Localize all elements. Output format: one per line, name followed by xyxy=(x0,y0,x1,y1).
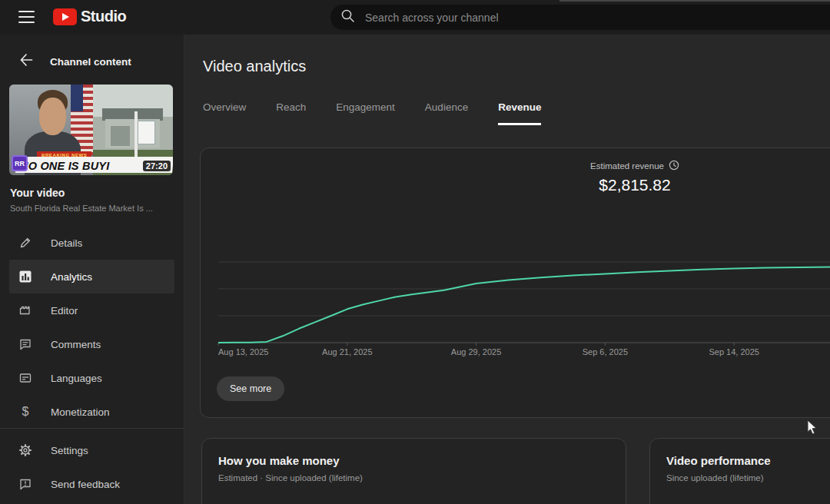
chart-x-axis-labels: Aug 13, 2025Aug 21, 2025Aug 29, 2025Sep … xyxy=(201,347,830,358)
search-icon xyxy=(340,8,355,26)
card-title: How you make money xyxy=(218,454,340,467)
sidebar-footer: Settings Send feedback xyxy=(0,428,184,501)
page-title: Video analytics xyxy=(203,58,306,75)
x-axis-label: Sep 14, 2025 xyxy=(709,347,759,356)
sidebar-item-monetization[interactable]: $ Monetization xyxy=(0,395,184,429)
top-bar: Studio xyxy=(0,0,830,35)
sidebar-item-editor[interactable]: Editor xyxy=(0,293,184,327)
sidebar-item-label: Editor xyxy=(51,305,78,317)
card-title: Video performance xyxy=(666,454,771,467)
back-arrow-icon[interactable] xyxy=(18,53,33,70)
youtube-studio-window: Studio Channel content xyxy=(0,0,830,504)
card-subtitle: Since uploaded (lifetime) xyxy=(666,473,764,482)
card-subtitle: Estimated · Since uploaded (lifetime) xyxy=(218,473,363,482)
mouse-cursor xyxy=(807,419,819,439)
sidebar-item-label: Monetization xyxy=(51,406,110,418)
search-bar[interactable] xyxy=(330,5,830,30)
tab-overview[interactable]: Overview xyxy=(203,101,246,125)
bar-chart-icon xyxy=(18,270,32,284)
editor-icon xyxy=(18,303,32,317)
your-video-label: Your video xyxy=(10,187,65,199)
analytics-tabs: Overview Reach Engagement Audience Reven… xyxy=(203,101,541,125)
languages-icon xyxy=(18,371,32,385)
studio-logo[interactable]: Studio xyxy=(53,8,126,25)
feedback-icon xyxy=(18,477,32,491)
sidebar-item-label: Details xyxy=(51,237,82,249)
hamburger-menu-icon[interactable] xyxy=(18,11,35,23)
gear-icon xyxy=(18,443,32,457)
sidebar-item-label: Languages xyxy=(51,373,102,384)
video-title: South Florida Real Estate Market Is ... xyxy=(10,204,153,213)
tab-reach[interactable]: Reach xyxy=(276,101,306,125)
sidebar-item-send-feedback[interactable]: Send feedback xyxy=(0,467,184,501)
video-thumbnail[interactable]: BREAKING NEWS NO ONE IS BUYI RR 27:20 xyxy=(9,85,173,175)
revenue-chart-svg[interactable] xyxy=(201,148,830,363)
sidebar-item-settings[interactable]: Settings xyxy=(0,433,184,467)
revenue-chart-card: Estimated revenue $2,815.82 Aug 13, 2025… xyxy=(200,148,830,418)
x-axis-label: Aug 21, 2025 xyxy=(322,347,372,356)
channel-content-label[interactable]: Channel content xyxy=(50,56,131,68)
x-axis-label: Aug 29, 2025 xyxy=(451,347,501,356)
sidebar-item-label: Send feedback xyxy=(51,479,120,490)
sidebar-item-comments[interactable]: Comments xyxy=(0,327,184,361)
sidebar-item-languages[interactable]: Languages xyxy=(0,361,184,395)
channel-logo-badge: RR xyxy=(12,155,28,171)
window-top-edge xyxy=(559,0,830,2)
comment-icon xyxy=(18,337,32,351)
see-more-button[interactable]: See more xyxy=(217,376,284,401)
how-you-make-money-card: How you make money Estimated · Since upl… xyxy=(201,438,626,504)
tab-audience[interactable]: Audience xyxy=(425,101,468,125)
tab-engagement[interactable]: Engagement xyxy=(336,101,395,125)
studio-wordmark: Studio xyxy=(81,8,126,25)
video-performance-card: Video performance Since uploaded (lifeti… xyxy=(649,438,830,504)
video-duration-badge: 27:20 xyxy=(143,161,171,171)
sidebar-item-label: Settings xyxy=(51,445,88,456)
sidebar-item-details[interactable]: Details xyxy=(0,226,184,260)
sidebar-item-label: Analytics xyxy=(51,271,92,283)
for-sale-sign xyxy=(138,121,155,144)
sidebar: Channel content BREAKING NEWS NO ONE IS … xyxy=(0,35,184,504)
youtube-play-icon xyxy=(53,8,77,25)
sidebar-menu: Details Analytics Editor Comments xyxy=(0,226,184,429)
x-axis-label: Aug 13, 2025 xyxy=(218,347,268,356)
search-input[interactable] xyxy=(365,12,749,24)
tab-revenue[interactable]: Revenue xyxy=(498,101,541,125)
dollar-icon: $ xyxy=(18,405,32,419)
sidebar-item-analytics[interactable]: Analytics xyxy=(9,260,174,293)
thumbnail-headline: NO ONE IS BUYI xyxy=(20,160,109,172)
pencil-icon xyxy=(18,236,32,250)
x-axis-label: Sep 6, 2025 xyxy=(583,347,628,356)
sidebar-item-label: Comments xyxy=(51,339,101,350)
